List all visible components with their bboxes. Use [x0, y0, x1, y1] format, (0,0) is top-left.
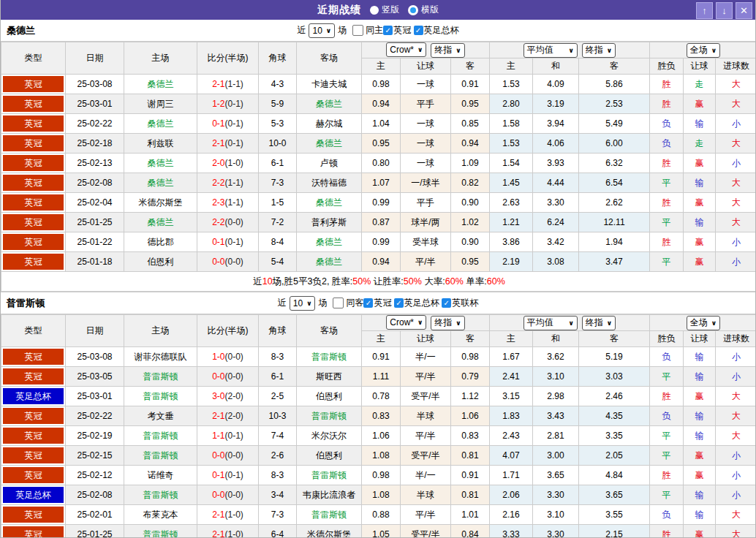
move-up-button[interactable]: ↑ — [696, 2, 713, 19]
result-handicap: 输 — [684, 347, 716, 367]
result-goals: 大 — [716, 505, 756, 525]
league-badge: 英冠 — [1, 525, 66, 538]
league-filter-checkbox[interactable]: 英足总杯 — [414, 24, 459, 37]
league-filter-label: 英冠 — [393, 24, 411, 37]
handicap-odds-away: 0.90 — [451, 193, 490, 213]
corner-score: 7-4 — [259, 426, 297, 446]
corner-score: 2-5 — [259, 387, 297, 406]
bookmaker-select[interactable]: Crow* — [386, 315, 426, 330]
handicap-stage-select[interactable]: 终指 — [431, 316, 464, 330]
handicap-line: 半球 — [401, 406, 451, 426]
home-team: 普雷斯顿 — [124, 367, 197, 387]
filter-bar-1: 近 10 场 同主 英冠 英足总杯 — [297, 23, 458, 38]
match-score: 0-1(0-1) — [197, 114, 259, 134]
league-filter-checkbox[interactable]: 英冠 — [383, 24, 411, 37]
home-team: 诺维奇 — [124, 466, 197, 485]
corner-score: 6-1 — [259, 154, 297, 173]
match-score: 0-1(0-1) — [197, 232, 259, 252]
average-select[interactable]: 平均值 — [523, 43, 578, 58]
result-goals: 大 — [716, 193, 756, 213]
result-outcome: 胜 — [650, 525, 684, 538]
handicap-stage-select[interactable]: 终指 — [431, 43, 464, 58]
summary-row: 近10场,胜5平3负2, 胜率:50% 让胜率:50% 大率:60% 单率:60… — [1, 272, 756, 292]
fulltime-score: 1-2 — [212, 99, 224, 109]
handicap-odds-group-header: Crow*终指 — [362, 315, 490, 331]
match-score: 0-0(0-0) — [197, 252, 259, 272]
same-venue-checkbox[interactable] — [333, 298, 344, 308]
handicap-odds-home: 0.99 — [362, 232, 401, 252]
handicap-odds-home: 0.94 — [362, 252, 401, 272]
result-handicap: 赢 — [684, 525, 716, 538]
same-venue-checkbox[interactable] — [352, 25, 363, 36]
summary-segment: 60% — [487, 276, 505, 287]
league-filter-checkbox[interactable]: 英联杯 — [442, 297, 478, 309]
avg-odds-away: 6.00 — [579, 134, 650, 154]
match-date: 25-02-08 — [66, 173, 124, 193]
fulltime-score: 2-3 — [212, 197, 224, 208]
league-filter-checkbox[interactable]: 英足总杯 — [394, 297, 439, 309]
league-badge: 英冠 — [1, 347, 66, 367]
halftime-score: (1-1) — [225, 178, 243, 188]
fulltime-score: 2-1 — [212, 509, 224, 520]
result-handicap: 输 — [684, 114, 716, 134]
avg-odds-draw: 4.44 — [533, 173, 579, 193]
checkbox-checked-icon — [414, 26, 423, 35]
handicap-line: 平/半 — [401, 367, 451, 387]
away-team: 米尔沃尔 — [297, 426, 362, 446]
fulltime-select[interactable]: 全场 — [687, 316, 720, 330]
window-titlebar: 近期战绩 竖版 横版 ↑ ↓ ✕ — [1, 0, 755, 20]
window-buttons: ↑ ↓ ✕ — [693, 2, 752, 19]
avg-odds-home: 1.53 — [490, 75, 533, 94]
result-handicap: 赢 — [684, 232, 716, 252]
league-badge: 英冠 — [1, 406, 66, 426]
away-team: 桑德兰 — [297, 94, 362, 114]
home-team: 桑德兰 — [124, 213, 197, 232]
result-outcome: 胜 — [650, 466, 684, 485]
match-score: 0-1(0-1) — [197, 466, 259, 485]
radio-vertical-layout[interactable] — [370, 6, 379, 15]
avg-odds-draw: 2.98 — [533, 387, 579, 406]
match-row: 英冠 25-02-01 布莱克本 2-1(1-0) 7-3 普雷斯顿 0.88 … — [1, 505, 756, 525]
match-score: 2-0(1-0) — [197, 154, 259, 173]
col-header-date: 日期 — [66, 42, 124, 75]
bookmaker-select[interactable]: Crow* — [386, 42, 426, 57]
result-handicap: 赢 — [684, 94, 716, 114]
match-row: 英冠 25-03-01 谢周三 1-2(0-1) 5-9 桑德兰 0.94 平手… — [1, 94, 756, 114]
league-filter-checkbox[interactable]: 英冠 — [363, 297, 391, 309]
match-count-select[interactable]: 10 — [309, 23, 335, 38]
close-button[interactable]: ✕ — [736, 2, 752, 19]
checkbox-checked-icon — [442, 298, 451, 308]
avg-odds-away: 6.32 — [579, 154, 650, 173]
result-handicap: 输 — [684, 426, 716, 446]
match-row: 英冠 25-01-18 伯恩利 0-0(0-0) 5-4 桑德兰 0.94 平/… — [1, 252, 756, 272]
fulltime-select[interactable]: 全场 — [687, 43, 720, 58]
away-team: 桑德兰 — [297, 193, 362, 213]
col-header-home: 主场 — [124, 315, 197, 347]
match-score: 2-2(1-1) — [197, 173, 259, 193]
handicap-stage-value: 终指 — [434, 317, 452, 329]
corner-score: 8-3 — [259, 466, 297, 485]
europe-stage-select[interactable]: 终指 — [582, 43, 616, 58]
col-header-handicap-result: 让球 — [684, 58, 716, 75]
league-badge: 英冠 — [1, 505, 66, 525]
average-select[interactable]: 平均值 — [523, 316, 578, 330]
avg-odds-home: 2.43 — [490, 426, 533, 446]
match-count-select[interactable]: 10 — [290, 296, 316, 311]
result-handicap: 赢 — [684, 154, 716, 173]
match-row: 英冠 25-03-05 普雷斯顿 0-0(0-0) 6-1 斯旺西 1.11 平… — [1, 367, 756, 387]
col-header-goals: 进球数 — [716, 58, 756, 75]
league-filter-label: 英足总杯 — [404, 297, 439, 309]
col-header-date: 日期 — [66, 315, 124, 347]
halftime-score: (0-1) — [225, 118, 243, 129]
avg-odds-draw: 3.93 — [533, 154, 579, 173]
move-down-button[interactable]: ↓ — [716, 2, 733, 19]
handicap-odds-away: 0.81 — [451, 485, 490, 505]
match-row: 英冠 25-01-22 德比郡 0-1(0-1) 8-4 桑德兰 0.99 受半… — [1, 232, 756, 252]
match-score: 1-0(0-0) — [197, 347, 259, 367]
avg-odds-draw: 3.94 — [533, 114, 579, 134]
away-team: 米德尔斯堡 — [297, 525, 362, 538]
match-score: 0-0(0-0) — [197, 485, 259, 505]
radio-horizontal-layout[interactable] — [408, 5, 418, 15]
match-score: 2-1(1-0) — [197, 505, 259, 525]
europe-stage-select[interactable]: 终指 — [582, 316, 616, 330]
